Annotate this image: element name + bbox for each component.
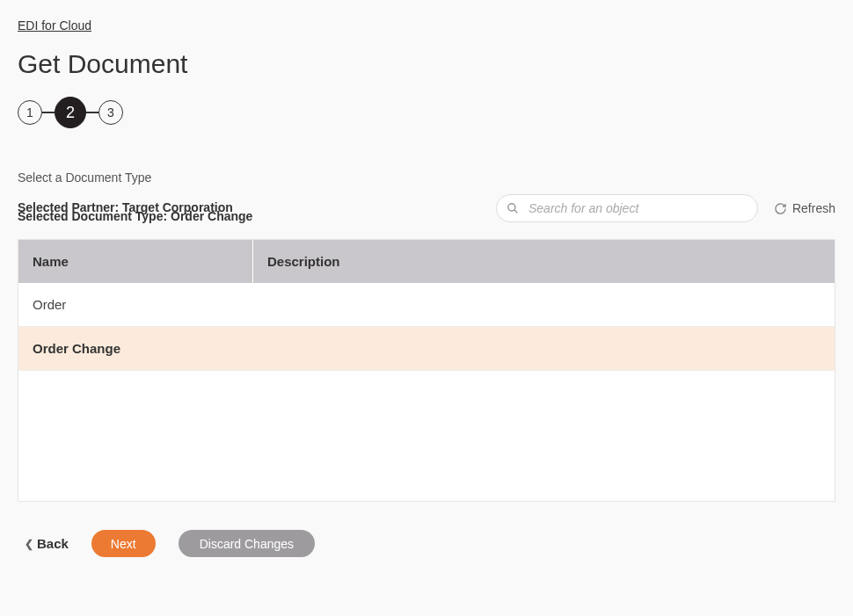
breadcrumb-link[interactable]: EDI for Cloud — [18, 18, 91, 33]
row-name: Order Change — [18, 341, 253, 356]
row-name: Order — [18, 297, 253, 312]
page-title: Get Document — [18, 49, 835, 79]
svg-line-1 — [514, 210, 518, 214]
footer: ❮ Back Next Discard Changes — [18, 530, 835, 557]
refresh-icon — [774, 202, 787, 215]
document-type-table: Name Description OrderOrder Change — [18, 239, 835, 502]
refresh-label: Refresh — [792, 201, 835, 215]
header-description[interactable]: Description — [253, 254, 835, 269]
table-body: OrderOrder Change — [18, 283, 835, 501]
back-label: Back — [37, 536, 69, 551]
selected-doctype: Selected Document Type: Order Change — [18, 209, 252, 223]
step-connector — [86, 112, 98, 113]
table-row[interactable]: Order — [18, 283, 835, 327]
step-2[interactable]: 2 — [55, 97, 86, 128]
back-button[interactable]: ❮ Back — [18, 536, 69, 551]
search-wrapper — [496, 194, 758, 222]
refresh-button[interactable]: Refresh — [774, 201, 835, 215]
header-name[interactable]: Name — [18, 240, 253, 283]
section-label: Select a Document Type — [18, 170, 835, 185]
step-1[interactable]: 1 — [18, 100, 42, 125]
next-button[interactable]: Next — [91, 530, 156, 557]
search-input[interactable] — [496, 194, 758, 222]
step-3[interactable]: 3 — [98, 100, 123, 125]
step-connector — [42, 112, 55, 113]
table-header: Name Description — [18, 240, 835, 283]
chevron-left-icon: ❮ — [25, 538, 33, 550]
stepper: 1 2 3 — [18, 97, 835, 128]
search-icon — [507, 202, 519, 214]
discard-changes-button[interactable]: Discard Changes — [179, 530, 315, 557]
svg-point-0 — [508, 204, 515, 211]
table-row[interactable]: Order Change — [18, 327, 835, 371]
